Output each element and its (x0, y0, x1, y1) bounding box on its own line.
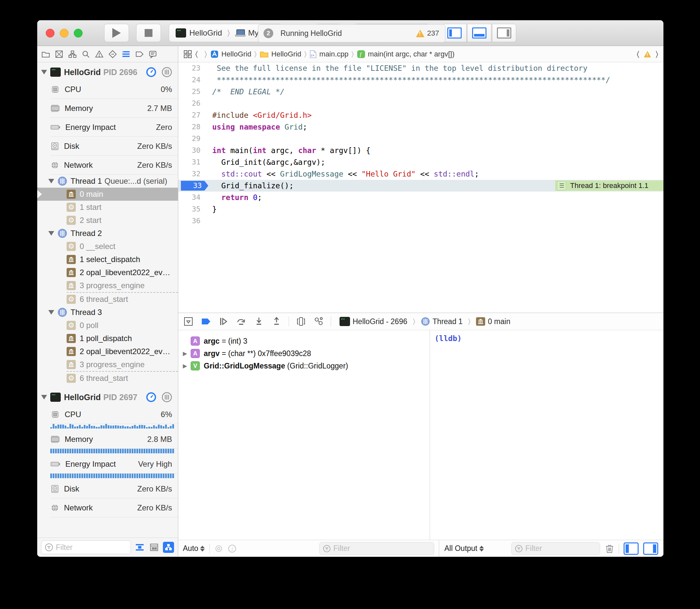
variable-row[interactable]: A argc = (int) 3 (178, 335, 430, 347)
info-button[interactable]: i (228, 544, 236, 553)
code-line[interactable]: 36 (178, 215, 663, 227)
run-button[interactable] (104, 24, 129, 42)
crumb-group[interactable]: HelloGrid (271, 50, 301, 58)
variable-row[interactable]: ▶ V Grid::GridLogMessage (Grid::GridLogg… (178, 360, 430, 372)
debug-view-hierarchy-button[interactable] (295, 316, 307, 327)
stack-frame-row[interactable]: 1 select_dispatch (37, 253, 178, 266)
breakpoint-annotation[interactable]: ☰ Thread 1: breakpoint 1.1 (555, 180, 663, 191)
stack-frame-row[interactable]: 2 opal_libevent2022_ev… (37, 266, 178, 279)
back-button[interactable]: 〈 (195, 50, 198, 59)
disclosure-triangle-icon[interactable]: ▶ (183, 350, 191, 357)
code-line[interactable]: 26 (178, 98, 663, 109)
warning-icon[interactable] (644, 51, 651, 57)
previous-issue-button[interactable]: 〈 (637, 50, 639, 59)
crumb-file[interactable]: main.cpp (319, 50, 348, 58)
variables-filter-field[interactable]: Filter (319, 542, 434, 555)
continue-button[interactable] (218, 316, 229, 327)
gauge-row-disk[interactable]: DiskZero KB/s (37, 480, 178, 498)
related-items-icon[interactable] (184, 50, 192, 58)
activity-view[interactable]: 2 Running HelloGrid 237 (258, 24, 445, 42)
debug-crumb-process[interactable]: HelloGrid - 2696 (353, 317, 407, 326)
show-variables-view-button[interactable] (624, 542, 638, 555)
tab-project-navigator[interactable] (41, 50, 50, 59)
gauge-row-energy-impact[interactable]: Energy ImpactVery High (37, 455, 178, 473)
tab-symbol-navigator[interactable] (68, 50, 77, 59)
tab-source-control-navigator[interactable] (54, 50, 64, 59)
stack-frame-row[interactable]: ⚙0 poll (37, 319, 178, 332)
step-into-button[interactable] (253, 316, 264, 327)
code-line[interactable]: 35 } (178, 203, 663, 215)
stack-frame-row[interactable]: ⚙6 thread_start (67, 292, 178, 306)
tab-issue-navigator[interactable] (95, 50, 104, 59)
code-line-breakpoint[interactable]: 33 Grid_finalize(); ☰ Thread 1: breakpoi… (178, 180, 663, 192)
thread-columns-icon[interactable] (161, 67, 172, 77)
gauge-row-disk[interactable]: DiskZero KB/s (37, 137, 178, 156)
code-line[interactable]: 24 *************************************… (178, 74, 663, 86)
stack-frame-row[interactable]: 3 progress_engine (37, 358, 178, 371)
code-line[interactable]: 28 using namespace Grid; (178, 121, 663, 133)
gauge-row-memory[interactable]: Memory2.7 MB (37, 99, 178, 118)
disclosure-triangle-icon[interactable] (41, 395, 47, 399)
warning-indicator[interactable]: 237 (416, 29, 439, 37)
toggle-debug-area-button[interactable] (467, 24, 491, 42)
gauge-row-memory[interactable]: Memory2.8 MB (37, 430, 178, 449)
breakpoint-marker[interactable]: 33 (181, 181, 208, 191)
close-window-button[interactable] (46, 29, 54, 37)
disclosure-triangle-icon[interactable] (41, 70, 47, 74)
process-row[interactable]: HelloGridPID 2696 (37, 64, 178, 80)
disclosure-triangle-icon[interactable] (48, 231, 54, 236)
breakpoints-toggle-button[interactable] (201, 316, 211, 327)
thread-row[interactable]: Thread 1Queue:...d (serial) (37, 175, 178, 188)
stack-frame-row[interactable]: ⚙0 __select (37, 240, 178, 253)
stack-frame-row[interactable]: 2 opal_libevent2022_ev… (37, 345, 178, 358)
view-process-by-queue-button[interactable] (163, 542, 174, 553)
stack-frame-row[interactable]: 1 poll_dispatch (37, 332, 178, 345)
code-line[interactable]: 23 See the full license in the file "LIC… (178, 62, 663, 74)
source-editor[interactable]: 23 See the full license in the file "LIC… (178, 62, 663, 313)
tab-breakpoint-navigator[interactable] (135, 50, 144, 59)
code-line[interactable]: 25 /* END LEGAL */ (178, 86, 663, 98)
gauge-row-network[interactable]: NetworkZero KB/s (37, 156, 178, 175)
thread-row[interactable]: Thread 3 (37, 306, 178, 319)
clear-console-button[interactable] (605, 544, 614, 554)
console-filter-field[interactable]: Filter (511, 542, 600, 555)
gauge-row-energy-impact[interactable]: Energy ImpactZero (37, 118, 178, 137)
stack-frame-row[interactable]: ⚙6 thread_start (67, 371, 178, 385)
zoom-window-button[interactable] (74, 29, 83, 37)
thread-columns-icon[interactable] (161, 392, 172, 402)
code-line[interactable]: 27 #include <Grid/Grid.h> (178, 109, 663, 121)
stack-frame-row[interactable]: ⚙1 start (37, 201, 178, 214)
stack-frame-row[interactable]: 0 main (37, 188, 178, 201)
memory-graph-button[interactable] (313, 316, 324, 327)
filter-view-mode-button[interactable] (149, 542, 160, 553)
disclosure-triangle-icon[interactable]: ▶ (183, 363, 191, 369)
variables-scope-popup[interactable]: Auto (183, 544, 205, 553)
minimize-window-button[interactable] (60, 29, 69, 37)
stack-frame-row[interactable]: ⚙2 start (37, 214, 178, 227)
navigator-filter-field[interactable]: Filter (41, 540, 131, 554)
gauge-row-cpu[interactable]: CPU6% (37, 405, 178, 424)
filter-breakpoints-button[interactable] (134, 542, 145, 553)
code-line[interactable]: 32 std::cout << GridLogMessage << "Hello… (178, 168, 663, 180)
hide-debug-area-button[interactable] (183, 316, 194, 327)
gauge-row-network[interactable]: NetworkZero KB/s (37, 498, 178, 517)
toggle-inspectors-button[interactable] (492, 24, 516, 42)
gauge-icon[interactable] (146, 67, 156, 77)
thread-row[interactable]: Thread 2 (37, 227, 178, 240)
breakpoint-menu-icon[interactable]: ☰ (557, 181, 566, 190)
code-line[interactable]: 29 (178, 133, 663, 144)
tab-report-navigator[interactable] (148, 50, 157, 59)
quick-look-button[interactable] (214, 545, 223, 552)
show-console-button[interactable] (643, 542, 658, 555)
stack-frame-row[interactable]: 3 progress_engine (37, 279, 178, 292)
code-line[interactable]: 30 int main(int argc, char * argv[]) { (178, 144, 663, 156)
toggle-navigator-button[interactable] (442, 24, 466, 42)
console-view[interactable]: (lldb) (430, 330, 663, 540)
step-over-button[interactable] (236, 316, 247, 327)
forward-button[interactable]: 〉 (204, 50, 207, 59)
gauge-icon[interactable] (146, 392, 156, 402)
console-output-popup[interactable]: All Output (444, 544, 484, 553)
disclosure-triangle-icon[interactable] (48, 179, 54, 184)
debug-crumb-frame[interactable]: 0 main (488, 317, 510, 326)
gauge-row-cpu[interactable]: CPU0% (37, 80, 178, 99)
